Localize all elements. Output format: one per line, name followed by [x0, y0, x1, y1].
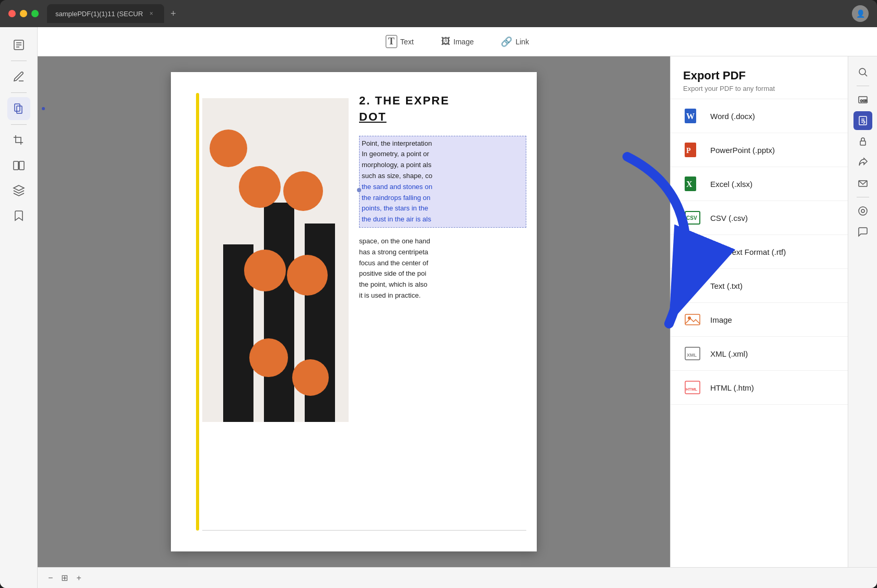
toolbar-link[interactable]: 🔗 Link: [495, 33, 534, 51]
orange-dot-1: [210, 130, 247, 167]
toolbar-image[interactable]: 🖼 Image: [436, 33, 479, 50]
pdf-art-image: [202, 98, 349, 422]
sidebar-icon-reader[interactable]: [7, 33, 30, 56]
zoom-in-icon[interactable]: +: [76, 573, 81, 583]
export-item-ppt[interactable]: P PowerPoint (.pptx): [671, 133, 848, 167]
right-divider-2: [857, 197, 869, 197]
svg-text:X: X: [686, 180, 693, 189]
sidebar-icon-pages[interactable]: [7, 97, 30, 120]
active-indicator-dot: [42, 107, 45, 110]
ppt-icon: P: [683, 140, 702, 159]
bottom-bar: − ⊞ +: [38, 567, 877, 588]
maximize-button[interactable]: [31, 10, 39, 17]
sidebar-icon-pen[interactable]: [7, 65, 30, 88]
close-button[interactable]: [8, 10, 16, 17]
sidebar-icon-compare[interactable]: [7, 154, 30, 177]
sidebar-icon-crop[interactable]: [7, 129, 30, 152]
right-icon-comment[interactable]: [853, 222, 872, 241]
right-icon-share[interactable]: [853, 153, 872, 172]
right-icon-email[interactable]: [853, 174, 872, 193]
fit-page-icon[interactable]: ⊞: [61, 573, 68, 583]
svg-text:OCR: OCR: [860, 99, 868, 102]
svg-rect-6: [14, 161, 18, 170]
export-csv-label: CSV (.csv): [710, 214, 748, 222]
export-xml-label: XML (.xml): [710, 349, 748, 358]
export-item-rtf[interactable]: RTF Rich Text Format (.rtf): [671, 235, 848, 269]
export-item-csv[interactable]: CSV CSV (.csv): [671, 201, 848, 235]
export-title: Export PDF: [683, 69, 835, 83]
toolbar-link-label: Link: [515, 38, 529, 46]
svg-text:P: P: [686, 147, 691, 155]
page-area: 2. THE EXPRE DOT Point, the interpretati…: [38, 56, 877, 567]
sidebar-divider-3: [11, 124, 27, 125]
pdf-page: 2. THE EXPRE DOT Point, the interpretati…: [171, 72, 537, 551]
export-html-label: HTML (.htm): [710, 383, 754, 392]
pdf-viewer[interactable]: 2. THE EXPRE DOT Point, the interpretati…: [38, 56, 670, 567]
svg-marker-9: [14, 185, 24, 191]
app-window: samplePDF(1)(1)11 (SECUR × + 👤: [0, 0, 877, 588]
orange-dot-7: [292, 359, 329, 396]
toolbar-text[interactable]: T Text: [380, 32, 419, 51]
selected-text-blue: the sand and stones on the raindrops fal…: [362, 183, 432, 223]
export-rtf-label: Rich Text Format (.rtf): [710, 248, 786, 256]
selected-text-block: Point, the interpretation In geometry, a…: [359, 136, 526, 228]
export-item-xml[interactable]: XML XML (.xml): [671, 337, 848, 371]
html-icon: HTML: [683, 378, 702, 397]
export-subtitle: Export your PDF to any format: [683, 85, 835, 92]
regular-paragraph: space, on the one hand has a strong cent…: [359, 236, 526, 301]
export-image-label: Image: [710, 315, 732, 324]
svg-rect-27: [685, 314, 700, 325]
export-list: W Word (.docx) P PowerPoint (.pptx): [671, 99, 848, 567]
csv-icon: CSV: [683, 208, 702, 227]
toolbar-image-label: Image: [454, 38, 474, 46]
svg-text:W: W: [686, 112, 695, 121]
right-divider-1: [857, 86, 869, 86]
txt-icon: [683, 276, 702, 295]
traffic-lights: [8, 10, 39, 17]
right-icon-search[interactable]: [853, 63, 872, 81]
excel-icon: X: [683, 174, 702, 193]
image-icon: 🖼: [441, 36, 451, 47]
minimize-button[interactable]: [20, 10, 27, 17]
black-stripe-2: [264, 203, 294, 422]
export-ppt-label: PowerPoint (.pptx): [710, 146, 775, 155]
app-body: T Text 🖼 Image 🔗 Link: [0, 27, 877, 588]
selection-handle: [357, 188, 361, 192]
right-icon-export[interactable]: [853, 111, 872, 130]
sidebar-icon-layers[interactable]: [7, 179, 30, 202]
right-icon-ocr[interactable]: OCR: [853, 90, 872, 109]
export-item-html[interactable]: HTML HTML (.htm): [671, 371, 848, 405]
orange-dot-2: [239, 166, 281, 208]
sidebar-icon-bookmark[interactable]: [7, 204, 30, 227]
tab-bar: samplePDF(1)(1)11 (SECUR × +: [47, 0, 181, 27]
svg-rect-5: [17, 106, 22, 113]
orange-dot-5: [287, 255, 328, 296]
avatar[interactable]: 👤: [852, 5, 869, 22]
pdf-text-area: 2. THE EXPRE DOT Point, the interpretati…: [359, 93, 526, 301]
export-txt-label: Text (.txt): [710, 281, 743, 290]
svg-point-43: [859, 207, 867, 215]
export-item-word[interactable]: W Word (.docx): [671, 99, 848, 133]
art-background: [202, 98, 349, 422]
right-icon-save[interactable]: [853, 202, 872, 220]
right-icon-secure[interactable]: [853, 132, 872, 151]
tab-close-button[interactable]: ×: [147, 9, 156, 18]
svg-rect-7: [19, 161, 24, 170]
selected-text-normal: Point, the interpretation In geometry, a…: [362, 139, 432, 180]
export-item-txt[interactable]: Text (.txt): [671, 269, 848, 303]
zoom-out-icon[interactable]: −: [48, 573, 53, 583]
orange-dot-4: [244, 250, 286, 291]
export-word-label: Word (.docx): [710, 112, 755, 121]
word-icon: W: [683, 107, 702, 125]
xml-icon: XML: [683, 344, 702, 363]
export-item-image[interactable]: Image: [671, 303, 848, 337]
content-area: T Text 🖼 Image 🔗 Link: [38, 27, 877, 588]
new-tab-button[interactable]: +: [166, 6, 181, 21]
top-toolbar: T Text 🖼 Image 🔗 Link: [38, 27, 877, 56]
active-tab[interactable]: samplePDF(1)(1)11 (SECUR ×: [47, 4, 164, 23]
selected-text-container: Point, the interpretation In geometry, a…: [359, 136, 526, 228]
regular-paragraph-text: space, on the one hand has a strong cent…: [359, 237, 430, 299]
export-header: Export PDF Export your PDF to any format: [671, 56, 848, 99]
chapter-title-line2: DOT: [359, 110, 386, 123]
export-item-excel[interactable]: X Excel (.xlsx): [671, 167, 848, 201]
